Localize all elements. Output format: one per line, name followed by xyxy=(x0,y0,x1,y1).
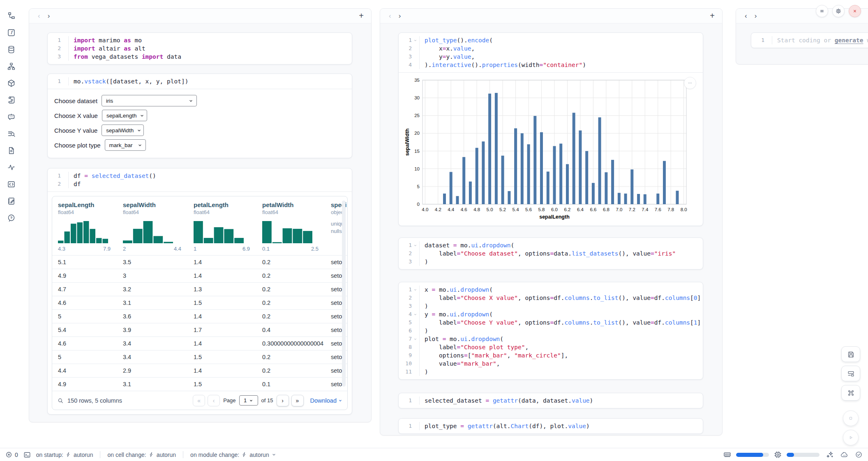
code-editor[interactable]: 1Start coding or generate with xyxy=(751,33,868,48)
column-back-button[interactable]: ‹ xyxy=(741,12,751,20)
menu-button[interactable] xyxy=(816,5,828,17)
code-editor[interactable]: 1mo.vstack([dataset, x, y, plot]) xyxy=(48,74,352,89)
runtime-value: autorun xyxy=(249,452,269,458)
imports-cell: 1import marimo as mo2import altair as al… xyxy=(47,32,352,65)
sidebar-tracing-button[interactable] xyxy=(6,162,17,173)
table-cell: 0.2 xyxy=(256,272,325,279)
code-editor[interactable]: 1x = mo.ui.dropdown(2 label="Choose X va… xyxy=(399,282,703,379)
plot-type-select[interactable]: mark_bar xyxy=(105,139,146,151)
fold-gutter xyxy=(61,53,67,61)
svg-text:7.4: 7.4 xyxy=(642,207,649,212)
table-cell: 3.2 xyxy=(117,286,188,293)
sidebar-notebook-button[interactable] xyxy=(6,196,17,206)
fold-toggle[interactable] xyxy=(412,310,418,318)
line-number: 3 xyxy=(399,258,412,266)
column-header[interactable]: petalWidthfloat640.12.5 xyxy=(256,196,325,255)
column-header[interactable]: sepalWidthfloat6424.4 xyxy=(117,196,188,255)
sidebar-chat-button[interactable] xyxy=(6,111,17,122)
fold-toggle[interactable] xyxy=(412,36,418,44)
add-cell-button[interactable]: + xyxy=(707,11,717,21)
file-tree-icon xyxy=(7,12,16,20)
column-back-button[interactable]: ‹ xyxy=(385,12,395,20)
column-header[interactable]: sepalLengthfloat644.37.9 xyxy=(52,196,117,255)
prev-page-button[interactable]: ‹ xyxy=(208,395,220,406)
marimo-app: { "nav": { "back": "‹", "forward": "›", … xyxy=(0,0,868,461)
dataset-select[interactable]: iris xyxy=(102,95,197,106)
svg-text:5.0: 5.0 xyxy=(487,207,493,212)
table-search-button[interactable] xyxy=(57,397,64,404)
sidebar-database-button[interactable] xyxy=(6,44,17,55)
table-cell: 3.4 xyxy=(117,354,188,360)
sidebar-functions-button[interactable]: f xyxy=(6,27,17,38)
sparkles-button[interactable] xyxy=(826,451,834,459)
page-select[interactable]: 1 xyxy=(239,395,258,406)
first-page-button[interactable]: « xyxy=(193,395,205,406)
runtime-setting-1[interactable]: on cell change:autorun xyxy=(107,452,176,458)
fold-toggle[interactable] xyxy=(412,241,418,249)
line-number: 1 xyxy=(399,396,412,405)
column-forward-button[interactable]: › xyxy=(44,12,54,20)
add-cell-button[interactable]: + xyxy=(356,11,366,21)
runtime-setting-2[interactable]: on module change:autorun xyxy=(190,452,276,458)
x-value-select[interactable]: sepalLength xyxy=(102,110,147,121)
code-editor[interactable]: 1selected_dataset = getattr(data, datase… xyxy=(399,393,703,408)
column-forward-button[interactable]: › xyxy=(751,12,761,20)
code-editor[interactable]: 1df = selected_dataset()2df xyxy=(48,168,352,191)
table-scrollbar[interactable] xyxy=(342,201,346,387)
line-number: 5 xyxy=(399,318,412,327)
fold-toggle[interactable] xyxy=(412,335,418,343)
svg-text:sepalLength: sepalLength xyxy=(539,214,570,220)
sidebar-file-tree-button[interactable] xyxy=(6,10,17,21)
code-editor[interactable]: 1dataset = mo.ui.dropdown(2 label="Choos… xyxy=(399,238,703,269)
settings-button[interactable] xyxy=(832,5,845,17)
table-cell: 0.2 xyxy=(256,367,325,374)
sidebar-logs-button[interactable] xyxy=(6,95,17,105)
runtime-label: on cell change: xyxy=(107,452,146,458)
stop-button[interactable] xyxy=(843,410,859,426)
command-button[interactable] xyxy=(841,385,860,401)
code-editor[interactable]: 1plot_type = getattr(alt.Chart(df), plot… xyxy=(399,419,703,433)
fold-gutter xyxy=(412,302,418,310)
svg-text:7.2: 7.2 xyxy=(629,207,635,212)
control-label: Choose dataset xyxy=(54,97,97,104)
table-row: 53.41.50.2setos xyxy=(52,350,347,364)
select-value: iris xyxy=(106,98,113,104)
column-back-button[interactable]: ‹ xyxy=(34,12,44,20)
run-button[interactable] xyxy=(843,430,859,445)
close-button[interactable] xyxy=(849,5,861,17)
svg-text:4.0: 4.0 xyxy=(422,207,428,212)
line-number: 10 xyxy=(399,360,412,368)
sidebar-help-button[interactable]: ? xyxy=(6,212,17,223)
generate-with-ai-link[interactable]: generate xyxy=(835,37,863,44)
y-value-select[interactable]: sepalWidth xyxy=(102,124,144,136)
error-count-button[interactable]: 0 xyxy=(5,451,18,458)
control-label: Choose Y value xyxy=(54,127,97,134)
svg-text:4.6: 4.6 xyxy=(461,207,467,212)
save-button[interactable] xyxy=(841,346,860,362)
altair-bar-chart[interactable]: 4.04.24.44.64.85.05.25.45.65.86.06.26.46… xyxy=(404,77,691,221)
runtime-setting-0[interactable]: on startup:autorun xyxy=(36,452,93,458)
sidebar-documentation-button[interactable] xyxy=(6,145,17,156)
last-page-button[interactable]: » xyxy=(291,395,304,406)
column-header[interactable]: petalLengthfloat6416.9 xyxy=(188,196,256,255)
table-row: 53.61.40.2setos xyxy=(52,309,347,323)
connect-button[interactable] xyxy=(840,451,848,459)
download-button[interactable]: Download xyxy=(310,397,343,404)
sidebar-package-button[interactable] xyxy=(6,78,17,88)
sidebar-dependency-graph-button[interactable] xyxy=(6,61,17,71)
histogram-range: 16.9 xyxy=(194,246,254,252)
dataframe-cell: 1df = selected_dataset()2dfsepalLengthfl… xyxy=(47,168,352,415)
chart-menu-button[interactable] xyxy=(684,77,696,89)
layout-button[interactable] xyxy=(841,366,860,381)
fold-toggle[interactable] xyxy=(412,286,418,294)
column-forward-button[interactable]: › xyxy=(395,12,405,20)
code-line: df xyxy=(68,180,352,188)
code-editor[interactable]: 1import marimo as mo2import altair as al… xyxy=(48,33,352,64)
terminal-button[interactable] xyxy=(23,451,31,459)
next-page-button[interactable]: › xyxy=(277,395,289,406)
svg-text:4.8: 4.8 xyxy=(473,207,480,212)
sidebar-snippets-button[interactable] xyxy=(6,179,17,189)
check-circle-button[interactable] xyxy=(855,451,863,459)
code-editor[interactable]: 1plot_type().encode(2 x=x.value,3 y=y.va… xyxy=(399,33,703,72)
sidebar-scratchpad-button[interactable] xyxy=(6,128,17,139)
